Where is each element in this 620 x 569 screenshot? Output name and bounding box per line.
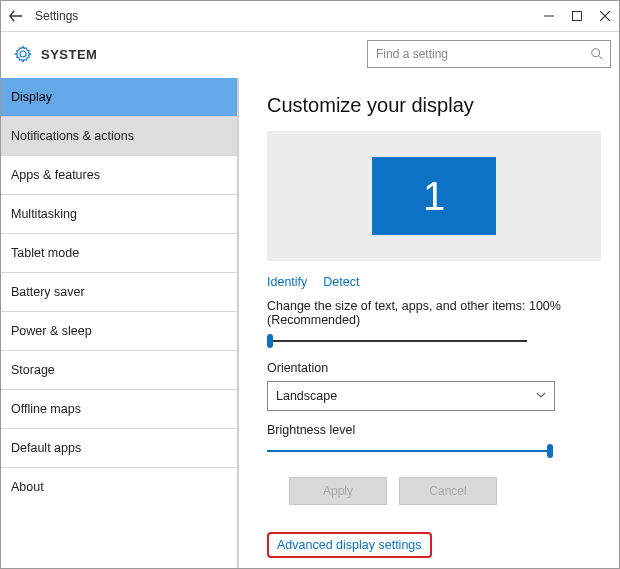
sidebar-item-apps[interactable]: Apps & features (1, 156, 237, 195)
brightness-slider[interactable] (267, 443, 553, 459)
detect-link[interactable]: Detect (323, 275, 359, 289)
maximize-icon (572, 11, 582, 21)
page-title: Customize your display (267, 94, 601, 117)
cancel-button[interactable]: Cancel (399, 477, 497, 505)
titlebar: Settings (1, 1, 619, 32)
settings-window: Settings SYSTEM Display Notifications & … (0, 0, 620, 569)
display-preview: 1 (267, 131, 601, 261)
apply-button[interactable]: Apply (289, 477, 387, 505)
scale-slider-thumb[interactable] (267, 334, 273, 348)
brightness-slider-thumb[interactable] (547, 444, 553, 458)
back-button[interactable] (1, 1, 31, 31)
orientation-value: Landscape (276, 389, 337, 403)
search-field[interactable] (374, 46, 590, 62)
identify-link[interactable]: Identify (267, 275, 307, 289)
close-icon (600, 11, 610, 21)
arrow-left-icon (9, 9, 23, 23)
main-pane: Customize your display 1 Identify Detect… (239, 78, 619, 568)
svg-point-1 (592, 49, 600, 57)
sidebar-item-maps[interactable]: Offline maps (1, 390, 237, 429)
sidebar-item-storage[interactable]: Storage (1, 351, 237, 390)
sidebar-item-default-apps[interactable]: Default apps (1, 429, 237, 468)
system-heading: SYSTEM (41, 47, 97, 62)
monitor-number: 1 (423, 174, 445, 219)
close-window-button[interactable] (591, 1, 619, 31)
gear-icon (13, 44, 33, 64)
display-links: Identify Detect (267, 275, 601, 289)
scale-slider[interactable] (267, 333, 527, 349)
scale-label: Change the size of text, apps, and other… (267, 299, 601, 327)
sidebar-item-tablet[interactable]: Tablet mode (1, 234, 237, 273)
window-title: Settings (35, 9, 78, 23)
orientation-label: Orientation (267, 361, 601, 375)
orientation-select[interactable]: Landscape (267, 381, 555, 411)
advanced-row: Advanced display settings (267, 532, 601, 558)
advanced-highlight-box: Advanced display settings (267, 532, 432, 558)
sidebar-item-notifications[interactable]: Notifications & actions (1, 117, 237, 156)
minimize-button[interactable] (535, 1, 563, 31)
brightness-label: Brightness level (267, 423, 601, 437)
search-icon (590, 47, 604, 61)
sidebar-item-power[interactable]: Power & sleep (1, 312, 237, 351)
body: Display Notifications & actions Apps & f… (1, 78, 619, 568)
sidebar-item-about[interactable]: About (1, 468, 237, 506)
maximize-button[interactable] (563, 1, 591, 31)
svg-rect-0 (573, 12, 582, 21)
search-input[interactable] (367, 40, 611, 68)
sidebar-item-display[interactable]: Display (1, 78, 237, 117)
chevron-down-icon (536, 389, 546, 403)
apply-cancel-row: Apply Cancel (289, 477, 601, 505)
advanced-display-link[interactable]: Advanced display settings (277, 538, 422, 552)
sidebar-item-battery[interactable]: Battery saver (1, 273, 237, 312)
sidebar: Display Notifications & actions Apps & f… (1, 78, 239, 568)
monitor-tile-1[interactable]: 1 (372, 157, 496, 235)
sidebar-item-multitasking[interactable]: Multitasking (1, 195, 237, 234)
header: SYSTEM (1, 32, 619, 78)
minimize-icon (544, 11, 554, 21)
